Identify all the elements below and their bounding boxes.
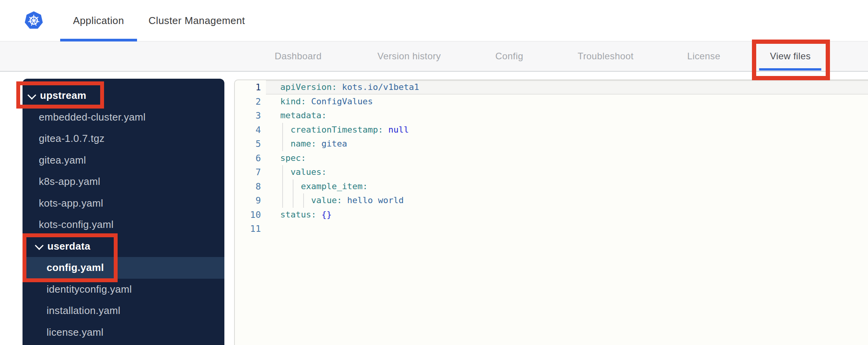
header-tab-label: Application xyxy=(73,15,124,27)
subnav-item-version-history[interactable]: Version history xyxy=(377,41,441,71)
line-number: 3 xyxy=(235,109,266,123)
code-token: kind: xyxy=(280,97,306,106)
file-label: config.yaml xyxy=(47,262,104,274)
line-number: 8 xyxy=(235,179,266,194)
tree-item-kots-app-yaml[interactable]: kots-app.yaml xyxy=(23,193,224,214)
subnav-item-troubleshoot[interactable]: Troubleshoot xyxy=(578,41,634,71)
indent-guide xyxy=(282,123,283,137)
subnav-item-dashboard[interactable]: Dashboard xyxy=(274,41,321,71)
subnav-item-label: Config xyxy=(495,51,523,62)
tree-item-installation-yaml[interactable]: installation.yaml xyxy=(23,300,224,322)
code-line-content: status: {} xyxy=(266,208,868,222)
file-label: gitea.yaml xyxy=(39,154,86,166)
code-line-content: creationTimestamp: null xyxy=(266,123,868,137)
code-line-content: apiVersion: kots.io/v1beta1 xyxy=(266,80,868,95)
line-number: 2 xyxy=(235,95,266,109)
code-line: 1apiVersion: kots.io/v1beta1 xyxy=(235,80,868,95)
code-token xyxy=(280,195,311,205)
tree-item-userdata[interactable]: userdata xyxy=(23,236,224,257)
tree-item-embedded-cluster-yaml[interactable]: embedded-cluster.yaml xyxy=(23,107,224,128)
header-tab-application[interactable]: Application xyxy=(73,0,124,41)
file-viewer-editor[interactable]: 1apiVersion: kots.io/v1beta12kind: Confi… xyxy=(234,79,868,345)
line-number: 9 xyxy=(235,193,266,208)
indent-guide xyxy=(282,137,283,151)
code-token: hello world xyxy=(342,195,404,205)
subnav-item-label: Dashboard xyxy=(274,51,321,62)
code-token: value: xyxy=(311,195,342,205)
file-label: k8s-app.yaml xyxy=(39,176,100,188)
code-line: 3metadata: xyxy=(235,109,868,123)
code-token: ConfigValues xyxy=(306,97,373,106)
code-lines: 1apiVersion: kots.io/v1beta12kind: Confi… xyxy=(235,80,868,236)
header-tab-cluster-management[interactable]: Cluster Management xyxy=(149,0,245,41)
line-number: 1 xyxy=(235,80,266,95)
code-line: 7 values: xyxy=(235,165,868,179)
code-token: creationTimestamp: xyxy=(291,125,383,135)
code-line-content: example_item: xyxy=(266,179,868,194)
code-line-content: value: hello world xyxy=(266,193,868,208)
code-line-content: values: xyxy=(266,165,868,179)
code-token xyxy=(280,139,291,148)
code-token: kots.io/v1beta1 xyxy=(337,82,419,92)
subnav-item-config[interactable]: Config xyxy=(495,41,523,71)
code-line: 4 creationTimestamp: null xyxy=(235,123,868,137)
line-number: 7 xyxy=(235,165,266,179)
line-number: 11 xyxy=(235,222,266,236)
code-line: 6spec: xyxy=(235,151,868,166)
code-line: 5 name: gitea xyxy=(235,137,868,151)
file-label: installation.yaml xyxy=(47,305,120,317)
code-token: apiVersion: xyxy=(280,82,337,92)
line-number: 4 xyxy=(235,123,266,137)
indent-guide xyxy=(293,179,293,194)
file-tree-sidebar: upstreamembedded-cluster.yamlgitea-1.0.7… xyxy=(23,79,224,345)
subnav-item-label: License xyxy=(687,51,720,62)
file-label: embedded-cluster.yaml xyxy=(39,111,146,123)
file-label: kots-config.yaml xyxy=(39,219,114,231)
indent-guide xyxy=(303,193,304,208)
code-line: 9 value: hello world xyxy=(235,193,868,208)
code-line-content xyxy=(266,222,868,236)
file-label: license.yaml xyxy=(47,326,104,338)
file-label: identityconfig.yaml xyxy=(47,283,132,295)
subnav-item-label: Troubleshoot xyxy=(578,51,634,62)
tree-item-config-yaml[interactable]: config.yaml xyxy=(23,257,224,279)
indent-guide xyxy=(293,193,293,208)
code-token: {} xyxy=(316,210,332,219)
code-token: example_item: xyxy=(301,181,368,191)
file-label: gitea-1.0.7.tgz xyxy=(39,133,104,145)
code-token: spec: xyxy=(280,153,306,163)
indent-guide xyxy=(282,179,283,194)
code-token: status: xyxy=(280,210,316,219)
folder-label: userdata xyxy=(47,240,90,252)
tree-item-identityconfig-yaml[interactable]: identityconfig.yaml xyxy=(23,279,224,300)
line-number: 10 xyxy=(235,208,266,222)
tree-item-kots-config-yaml[interactable]: kots-config.yaml xyxy=(23,214,224,236)
kubernetes-logo-icon xyxy=(24,11,43,30)
tree-item-k8s-app-yaml[interactable]: k8s-app.yaml xyxy=(23,171,224,193)
header-tab-label: Cluster Management xyxy=(149,15,245,27)
code-line: 10status: {} xyxy=(235,208,868,222)
indent-guide xyxy=(282,193,283,208)
subnav-item-label: View files xyxy=(770,51,811,62)
code-token xyxy=(280,181,301,191)
app-header: ApplicationCluster Management xyxy=(0,0,868,41)
code-token: name: xyxy=(291,139,316,148)
code-token: null xyxy=(383,125,409,135)
code-line-content: name: gitea xyxy=(266,137,868,151)
tree-item-gitea-1-0-7-tgz[interactable]: gitea-1.0.7.tgz xyxy=(23,128,224,150)
code-line-content: metadata: xyxy=(266,109,868,123)
code-token: metadata: xyxy=(280,110,326,120)
code-line: 11 xyxy=(235,222,868,236)
subnav-item-license[interactable]: License xyxy=(687,41,720,71)
header-tabs: ApplicationCluster Management xyxy=(73,0,245,41)
subnav-item-view-files[interactable]: View files xyxy=(770,41,811,71)
subnav-item-label: Version history xyxy=(377,51,441,62)
kots-admin-console: ApplicationCluster Management DashboardV… xyxy=(0,0,868,345)
folder-label: upstream xyxy=(40,90,86,102)
code-line-content: kind: ConfigValues xyxy=(266,95,868,109)
code-token: values: xyxy=(291,167,327,177)
chevron-down-icon xyxy=(28,91,36,100)
tree-item-license-yaml[interactable]: license.yaml xyxy=(23,322,224,343)
tree-item-upstream[interactable]: upstream xyxy=(23,85,224,107)
tree-item-gitea-yaml[interactable]: gitea.yaml xyxy=(23,150,224,171)
